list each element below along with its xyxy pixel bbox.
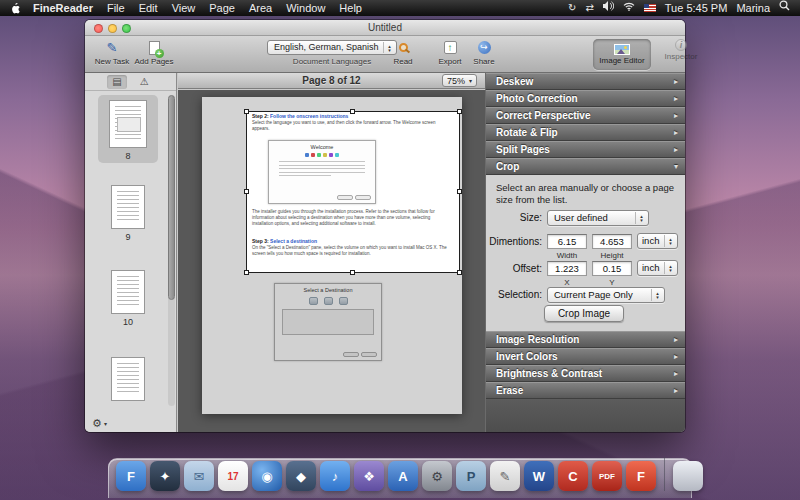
zoom-value: 75%	[447, 76, 465, 86]
dock-icon-pdf-reader[interactable]: PDF	[592, 461, 622, 491]
chevron-right-icon: ▸	[674, 91, 678, 106]
section-split-pages[interactable]: Split Pages ▸	[486, 141, 685, 158]
dock-icon-safari[interactable]: ◉	[252, 461, 282, 491]
spaces-icon[interactable]: ⇄	[585, 0, 593, 16]
add-pages-button[interactable]: + Add Pages	[133, 39, 175, 66]
selection-handle[interactable]	[350, 109, 355, 114]
dock-icon-app-store[interactable]: A	[388, 461, 418, 491]
dock-icon-system-preferences[interactable]: ⚙	[422, 461, 452, 491]
page-viewport[interactable]: Step 2: Follow the onscreen instructions…	[178, 90, 485, 432]
image-editor-button[interactable]: Image Editor	[593, 39, 651, 70]
sidebar-view-toolbar: ▤ ⚠	[85, 73, 176, 91]
section-erase[interactable]: Erase ▸	[486, 382, 685, 399]
chevron-right-icon: ▸	[674, 142, 678, 157]
sidebar-scrollbar[interactable]	[168, 95, 175, 406]
share-icon: ↪	[478, 41, 491, 54]
volume-icon[interactable]	[603, 0, 614, 16]
selection-handle[interactable]	[244, 270, 249, 275]
dock-icon-photos[interactable]: ❖	[354, 461, 384, 491]
chevron-right-icon: ▸	[674, 383, 678, 398]
dock-icon-launchpad[interactable]: ✦	[150, 461, 180, 491]
selection-handle[interactable]	[457, 109, 462, 114]
offset-y-field[interactable]: 0.15	[592, 261, 632, 276]
offset-unit-select[interactable]: inch ▴ ▾	[637, 260, 678, 276]
menu-item-help[interactable]: Help	[339, 2, 362, 14]
dock-icon-messages[interactable]: ◆	[286, 461, 316, 491]
document-languages-select[interactable]: English, German, Spanish ▴ ▾	[267, 40, 397, 55]
scrollbar-thumb[interactable]	[168, 95, 175, 300]
section-crop[interactable]: Crop ▾	[486, 158, 685, 175]
inspector-button[interactable]: i Inspector	[657, 39, 705, 61]
flagged-pages-toggle[interactable]: ⚠	[135, 75, 154, 89]
page-indicator: Page 8 of 12	[178, 73, 485, 88]
export-icon: ↑	[444, 41, 457, 54]
inspector-label: Inspector	[665, 52, 698, 61]
wifi-icon[interactable]	[623, 0, 635, 16]
toolbar: ✎ New Task + Add Pages English, German, …	[85, 36, 685, 73]
new-task-button[interactable]: ✎ New Task	[93, 39, 131, 66]
dock-icon-calendar[interactable]: 17	[218, 461, 248, 491]
title-bar[interactable]: Untitled	[85, 20, 685, 36]
thumbnail-page-11-partial[interactable]	[102, 357, 154, 401]
height-field[interactable]: 4.653	[592, 234, 632, 249]
section-correct-perspective[interactable]: Correct Perspective ▸	[486, 107, 685, 124]
selection-handle[interactable]	[457, 270, 462, 275]
thumbnail-page-8[interactable]: 8	[98, 95, 158, 163]
menu-item-area[interactable]: Area	[249, 2, 272, 14]
read-button[interactable]: Read	[387, 39, 419, 66]
dropdown-arrow-icon: ▾	[104, 420, 107, 427]
menu-app-name[interactable]: FineReader	[33, 2, 93, 14]
section-photo-correction[interactable]: Photo Correction ▸	[486, 90, 685, 107]
zoom-control[interactable]: 75% ▾	[442, 74, 477, 87]
menu-item-edit[interactable]: Edit	[139, 2, 158, 14]
section-deskew[interactable]: Deskew ▸	[486, 73, 685, 90]
dock-icon-word[interactable]: W	[524, 461, 554, 491]
menu-item-view[interactable]: View	[172, 2, 196, 14]
zoom-button[interactable]	[122, 24, 131, 33]
close-button[interactable]	[94, 24, 103, 33]
offset-x-field[interactable]: 1.223	[547, 261, 587, 276]
menu-item-window[interactable]: Window	[286, 2, 325, 14]
thumbnail-page-9[interactable]: 9	[102, 185, 154, 242]
section-brightness-contrast[interactable]: Brightness & Contrast ▸	[486, 365, 685, 382]
image-editor-label: Image Editor	[599, 56, 644, 65]
selection-handle[interactable]	[244, 109, 249, 114]
sidebar-options-button[interactable]: ⚙ ▾	[92, 417, 107, 430]
thumbnail-page-10[interactable]: 10	[102, 270, 154, 327]
spotlight-icon[interactable]	[779, 0, 790, 16]
dock-icon-textedit[interactable]: ✎	[490, 461, 520, 491]
dock-icon-mail[interactable]: ✉	[184, 461, 214, 491]
section-image-resolution[interactable]: Image Resolution ▸	[486, 331, 685, 348]
dock-icon-finder[interactable]: F	[116, 461, 146, 491]
menu-item-file[interactable]: File	[107, 2, 125, 14]
menu-user[interactable]: Marina	[736, 2, 770, 14]
selection-scope-select[interactable]: Current Page Only ▴ ▾	[547, 287, 665, 303]
section-invert-colors[interactable]: Invert Colors ▸	[486, 348, 685, 365]
export-button[interactable]: ↑ Export	[433, 39, 467, 66]
dock-icon-preview[interactable]: P	[456, 461, 486, 491]
selection-handle[interactable]	[244, 189, 249, 194]
section-rotate-flip[interactable]: Rotate & Flip ▸	[486, 124, 685, 141]
thumbnail-number: 9	[102, 232, 154, 242]
menu-clock[interactable]: Tue 5:45 PM	[665, 2, 728, 14]
pages-sidebar: ▤ ⚠ 8 9 10 ⚙ ▾	[85, 73, 177, 432]
input-source-flag-icon[interactable]	[644, 4, 656, 12]
selection-handle[interactable]	[350, 270, 355, 275]
dock-icon-chrome[interactable]: C	[558, 461, 588, 491]
apple-menu-icon[interactable]	[10, 2, 21, 15]
document-page[interactable]: Step 2: Follow the onscreen instructions…	[202, 97, 462, 414]
menu-item-page[interactable]: Page	[209, 2, 235, 14]
dock-icon-finereader[interactable]: F	[626, 461, 656, 491]
share-button[interactable]: ↪ Share	[469, 39, 499, 66]
sync-icon[interactable]: ↻	[568, 0, 576, 16]
trash-icon[interactable]	[673, 461, 703, 491]
crop-image-button[interactable]: Crop Image	[544, 305, 624, 322]
dock-icon-itunes[interactable]: ♪	[320, 461, 350, 491]
page-view-toggle[interactable]: ▤	[107, 75, 126, 89]
dimensions-unit-select[interactable]: inch ▴ ▾	[637, 233, 678, 249]
width-field[interactable]: 6.15	[547, 234, 587, 249]
selection-handle[interactable]	[457, 189, 462, 194]
crop-selection[interactable]	[246, 111, 460, 273]
size-select[interactable]: User defined ▴ ▾	[547, 210, 649, 226]
minimize-button[interactable]	[108, 24, 117, 33]
